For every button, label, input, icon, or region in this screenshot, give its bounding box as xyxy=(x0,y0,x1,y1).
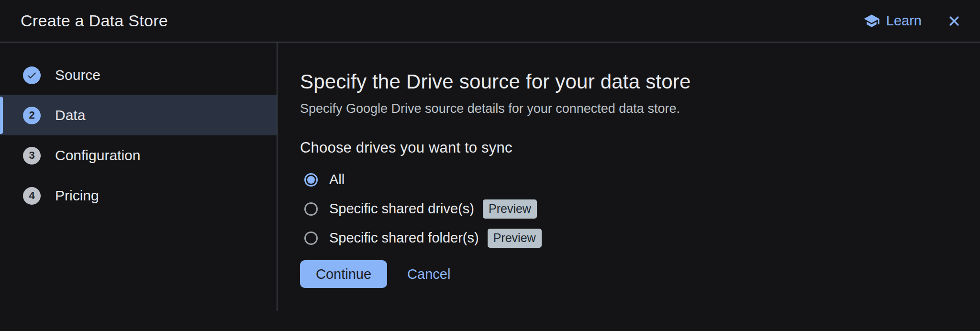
option-specific-shared-folders-label: Specific shared folder(s) xyxy=(329,230,479,246)
main-content: Specify the Drive source for your data s… xyxy=(278,43,980,330)
step-pricing-circle: 4 xyxy=(23,187,41,205)
step-data[interactable]: 2 Data xyxy=(0,95,277,135)
step-data-circle: 2 xyxy=(23,107,41,124)
section-title: Choose drives you want to sync xyxy=(300,139,951,156)
radio-specific-shared-drives[interactable] xyxy=(304,202,318,216)
step-pricing-label: Pricing xyxy=(55,188,99,204)
step-pricing-number: 4 xyxy=(29,189,34,202)
step-configuration-circle: 3 xyxy=(23,147,41,165)
option-specific-shared-drives-label: Specific shared drive(s) xyxy=(329,201,474,217)
create-data-store-dialog: { "header": { "title": "Create a Data St… xyxy=(0,0,980,331)
stepper-sidebar: Source 2 Data 3 Configuration 4 Pricing xyxy=(0,43,278,311)
step-configuration-label: Configuration xyxy=(55,147,140,164)
step-data-number: 2 xyxy=(29,109,34,121)
option-specific-shared-drives[interactable]: Specific shared drive(s) Preview xyxy=(304,194,951,223)
check-icon xyxy=(26,70,37,81)
close-button[interactable] xyxy=(947,13,962,29)
close-icon xyxy=(947,13,962,29)
header-actions: Learn xyxy=(863,12,962,29)
school-icon xyxy=(863,12,880,29)
dialog-body: Source 2 Data 3 Configuration 4 Pricing … xyxy=(0,43,980,330)
learn-label: Learn xyxy=(886,13,922,29)
form-actions: Continue Cancel xyxy=(300,260,951,288)
radio-all[interactable] xyxy=(304,173,318,187)
drive-options-radio-group: All Specific shared drive(s) Preview Spe… xyxy=(300,165,951,253)
step-source-label: Source xyxy=(55,67,100,83)
step-pricing[interactable]: 4 Pricing xyxy=(0,176,277,216)
step-configuration[interactable]: 3 Configuration xyxy=(0,135,277,176)
continue-button[interactable]: Continue xyxy=(300,260,387,288)
step-source-circle xyxy=(23,66,41,84)
dialog-title: Create a Data Store xyxy=(21,11,168,30)
option-specific-shared-folders[interactable]: Specific shared folder(s) Preview xyxy=(304,223,951,253)
page-subtitle: Specify Google Drive source details for … xyxy=(300,101,951,116)
radio-specific-shared-folders[interactable] xyxy=(304,232,318,245)
dialog-header: Create a Data Store Learn xyxy=(0,0,980,43)
step-source[interactable]: Source xyxy=(0,55,277,95)
step-configuration-number: 3 xyxy=(29,149,34,162)
learn-link[interactable]: Learn xyxy=(863,12,922,29)
preview-badge: Preview xyxy=(488,229,542,248)
step-data-label: Data xyxy=(55,107,85,123)
preview-badge: Preview xyxy=(483,199,537,219)
cancel-button[interactable]: Cancel xyxy=(407,266,450,282)
option-all-label: All xyxy=(329,172,345,188)
option-all[interactable]: All xyxy=(304,165,951,194)
page-title: Specify the Drive source for your data s… xyxy=(300,70,951,94)
